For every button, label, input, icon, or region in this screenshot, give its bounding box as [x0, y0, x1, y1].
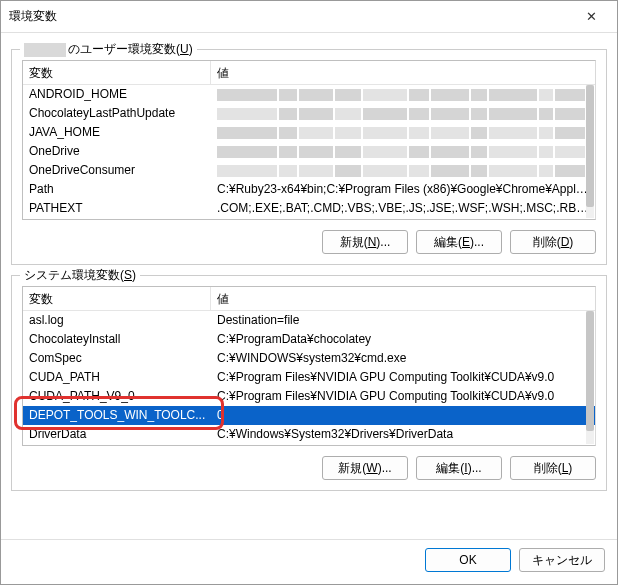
system-button-row: 新規(W)... 編集(I)... 削除(L) [22, 456, 596, 480]
table-row[interactable]: asl.logDestination=file [23, 311, 595, 330]
redacted-username [24, 43, 66, 57]
table-row[interactable]: JAVA_HOME [23, 123, 595, 142]
var-name: Path [23, 180, 211, 199]
user-vars-legend: のユーザー環境変数(U) [20, 41, 197, 58]
table-row[interactable]: OneDriveConsumer [23, 161, 595, 180]
new-button[interactable]: 新規(N)... [322, 230, 408, 254]
var-value: C:¥ProgramData¥chocolatey [211, 330, 595, 349]
system-vars-legend: システム環境変数(S) [20, 267, 140, 284]
ok-button[interactable]: OK [425, 548, 511, 572]
table-row[interactable]: ComSpecC:¥WINDOWS¥system32¥cmd.exe [23, 349, 595, 368]
close-icon: ✕ [586, 9, 597, 24]
var-name: PATHEXT [23, 199, 211, 218]
var-name: JAVA_HOME [23, 123, 211, 142]
header-name[interactable]: 変数 [23, 61, 211, 84]
var-value [211, 123, 595, 142]
table-row[interactable]: ChocolateyLastPathUpdate [23, 104, 595, 123]
table-row[interactable]: PathC:¥Ruby23-x64¥bin;C:¥Program Files (… [23, 180, 595, 199]
var-value: .COM;.EXE;.BAT;.CMD;.VBS;.VBE;.JS;.JSE;.… [211, 199, 595, 218]
var-name: DEPOT_TOOLS_WIN_TOOLC... [23, 406, 211, 425]
system-vars-list[interactable]: 変数 値 asl.logDestination=fileChocolateyIn… [22, 286, 596, 446]
var-name: OneDriveConsumer [23, 161, 211, 180]
system-vars-group: システム環境変数(S) 変数 値 asl.logDestination=file… [11, 275, 607, 491]
var-name: OneDrive [23, 142, 211, 161]
scrollbar[interactable] [586, 85, 594, 218]
var-value: C:¥Windows¥System32¥Drivers¥DriverData [211, 425, 595, 444]
user-button-row: 新規(N)... 編集(E)... 削除(D) [22, 230, 596, 254]
delete-button[interactable]: 削除(D) [510, 230, 596, 254]
dialog-footer: OK キャンセル [1, 539, 617, 584]
env-vars-dialog: 環境変数 ✕ のユーザー環境変数(U) 変数 値 ANDROID_HOMECho… [0, 0, 618, 585]
var-name: asl.log [23, 311, 211, 330]
table-row[interactable]: CUDA_PATH_V9_0C:¥Program Files¥NVIDIA GP… [23, 387, 595, 406]
var-value [211, 142, 595, 161]
user-vars-group: のユーザー環境変数(U) 変数 値 ANDROID_HOMEChocolatey… [11, 49, 607, 265]
scroll-thumb[interactable] [586, 311, 594, 431]
var-value: C:¥Ruby23-x64¥bin;C:¥Program Files (x86)… [211, 180, 595, 199]
var-value: C:¥WINDOWS¥system32¥cmd.exe [211, 349, 595, 368]
list-header: 変数 値 [23, 287, 595, 311]
table-row[interactable]: DriverDataC:¥Windows¥System32¥Drivers¥Dr… [23, 425, 595, 444]
delete-button[interactable]: 削除(L) [510, 456, 596, 480]
var-value: C:¥Program Files¥NVIDIA GPU Computing To… [211, 387, 595, 406]
var-name: ANDROID_HOME [23, 85, 211, 104]
table-row[interactable]: ANDROID_HOME [23, 85, 595, 104]
user-vars-list[interactable]: 変数 値 ANDROID_HOMEChocolateyLastPathUpdat… [22, 60, 596, 220]
header-value[interactable]: 値 [211, 287, 595, 310]
table-row[interactable]: CUDA_PATHC:¥Program Files¥NVIDIA GPU Com… [23, 368, 595, 387]
table-row[interactable]: DEPOT_TOOLS_WIN_TOOLC...0 [23, 406, 595, 425]
edit-button[interactable]: 編集(E)... [416, 230, 502, 254]
var-name: CUDA_PATH [23, 368, 211, 387]
header-value[interactable]: 値 [211, 61, 595, 84]
window-title: 環境変数 [9, 8, 573, 25]
var-value [211, 85, 595, 104]
titlebar: 環境変数 ✕ [1, 1, 617, 33]
dialog-content: のユーザー環境変数(U) 変数 値 ANDROID_HOMEChocolatey… [1, 33, 617, 539]
var-value [211, 161, 595, 180]
scrollbar[interactable] [586, 311, 594, 444]
new-button[interactable]: 新規(W)... [322, 456, 408, 480]
table-row[interactable]: OneDrive [23, 142, 595, 161]
scroll-thumb[interactable] [586, 85, 594, 207]
var-name: ComSpec [23, 349, 211, 368]
edit-button[interactable]: 編集(I)... [416, 456, 502, 480]
cancel-button[interactable]: キャンセル [519, 548, 605, 572]
table-row[interactable]: PATHEXT.COM;.EXE;.BAT;.CMD;.VBS;.VBE;.JS… [23, 199, 595, 218]
table-row[interactable]: ChocolateyInstallC:¥ProgramData¥chocolat… [23, 330, 595, 349]
list-header: 変数 値 [23, 61, 595, 85]
var-value: Destination=file [211, 311, 595, 330]
var-value: C:¥Program Files¥NVIDIA GPU Computing To… [211, 368, 595, 387]
close-button[interactable]: ✕ [573, 3, 609, 31]
var-name: ChocolateyInstall [23, 330, 211, 349]
var-name: ChocolateyLastPathUpdate [23, 104, 211, 123]
var-value [211, 104, 595, 123]
var-name: CUDA_PATH_V9_0 [23, 387, 211, 406]
var-value: 0 [211, 406, 595, 425]
header-name[interactable]: 変数 [23, 287, 211, 310]
var-name: DriverData [23, 425, 211, 444]
